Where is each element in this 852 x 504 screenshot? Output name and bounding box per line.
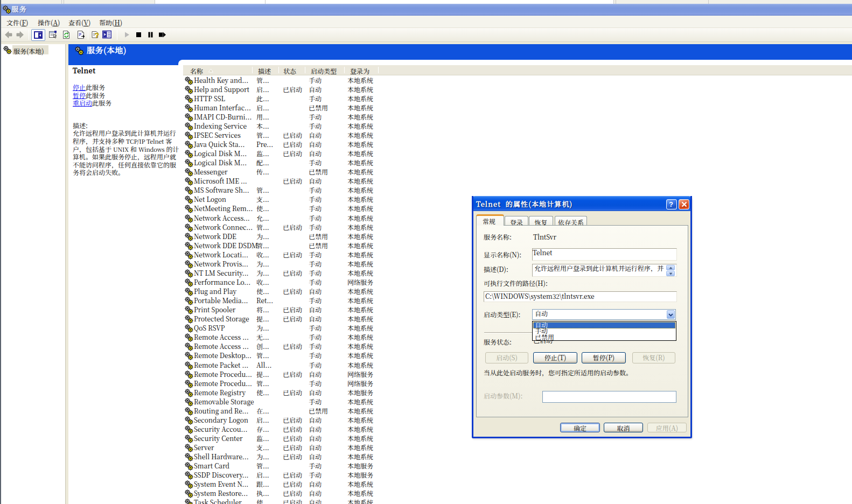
- svg-text:?: ?: [669, 201, 673, 208]
- svg-text:?: ?: [95, 31, 99, 39]
